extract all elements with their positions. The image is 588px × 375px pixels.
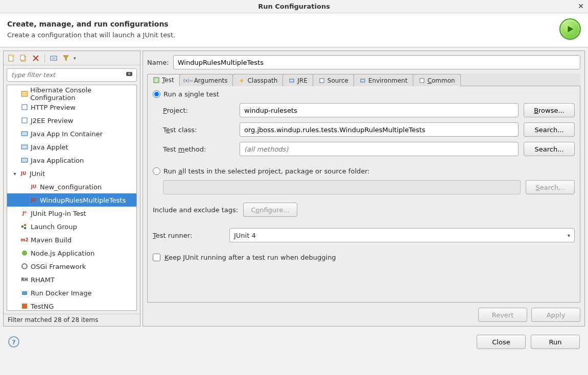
filter-input[interactable] bbox=[7, 68, 137, 82]
tab-bar: Test (x)=Arguments Classpath JRE Source … bbox=[147, 73, 580, 86]
runner-label: Test runner: bbox=[153, 232, 224, 239]
tab-body-test: Run a single test Project: Browse... Tes… bbox=[147, 86, 580, 303]
project-label: Project: bbox=[163, 107, 234, 114]
collapse-all-icon[interactable] bbox=[49, 54, 58, 63]
keep-running-label: Keep JUnit running after a test run when… bbox=[164, 254, 336, 261]
bottom-bar: ? Close Run bbox=[0, 330, 588, 354]
dialog-header: Create, manage, and run configurations C… bbox=[0, 13, 588, 47]
run-button[interactable]: Run bbox=[531, 335, 580, 349]
sidebar: ▾ ✕ Hibernate Console Configuration HTTP… bbox=[3, 51, 140, 327]
test-class-input[interactable] bbox=[240, 122, 519, 137]
tree-item[interactable]: Java Applet bbox=[7, 140, 136, 154]
tab-classpath[interactable]: Classpath bbox=[232, 74, 283, 86]
tab-jre[interactable]: JRE bbox=[283, 74, 313, 86]
tree-item[interactable]: RHRHAMT bbox=[7, 273, 136, 286]
chevron-down-icon: ▾ bbox=[568, 233, 570, 238]
svg-rect-15 bbox=[21, 145, 28, 149]
tree-item[interactable]: Java App In Container bbox=[7, 127, 136, 140]
tags-label: Include and exclude tags: bbox=[153, 206, 238, 214]
configure-tags-button: Configure... bbox=[243, 203, 297, 217]
clear-filter-icon[interactable]: ✕ bbox=[126, 70, 134, 79]
filter-status: Filter matched 28 of 28 items bbox=[4, 314, 140, 326]
svg-rect-14 bbox=[21, 132, 28, 136]
project-input[interactable] bbox=[240, 103, 519, 117]
delete-config-icon[interactable] bbox=[31, 54, 40, 63]
search-class-button[interactable]: Search... bbox=[524, 122, 575, 137]
svg-rect-25 bbox=[290, 79, 294, 82]
test-method-input[interactable] bbox=[240, 142, 519, 156]
svg-point-21 bbox=[22, 264, 27, 269]
tree-item-selected[interactable]: JUWindupRulesMultipleTests bbox=[7, 193, 136, 207]
tree-item[interactable]: Node.js Application bbox=[7, 246, 136, 260]
expand-icon[interactable]: ▾ bbox=[11, 171, 18, 177]
svg-rect-27 bbox=[361, 79, 365, 82]
radio-single-label: Run a single test bbox=[163, 90, 219, 98]
tree-item[interactable]: J‍ᵁJUnit Plug-in Test bbox=[7, 207, 136, 220]
svg-rect-19 bbox=[24, 227, 26, 229]
titlebar: Run Configurations ✕ bbox=[0, 0, 588, 13]
tree-item[interactable]: Run Docker Image bbox=[7, 286, 136, 299]
tree-item[interactable]: J2EE Preview bbox=[7, 114, 136, 127]
svg-rect-13 bbox=[22, 118, 27, 123]
svg-rect-26 bbox=[320, 79, 324, 83]
radio-all-label: Run all tests in the selected project, p… bbox=[163, 167, 370, 175]
svg-rect-22 bbox=[22, 291, 27, 295]
svg-rect-28 bbox=[420, 79, 424, 83]
header-title: Create, manage, and run configurations bbox=[7, 20, 175, 28]
config-tree[interactable]: Hibernate Console Configuration HTTP Pre… bbox=[7, 85, 137, 311]
svg-rect-18 bbox=[24, 224, 26, 226]
test-runner-select[interactable]: JUnit 4 ▾ bbox=[229, 228, 575, 242]
help-icon[interactable]: ? bbox=[8, 336, 19, 347]
window-title: Run Configurations bbox=[258, 3, 330, 10]
tab-common[interactable]: Common bbox=[413, 74, 461, 86]
new-config-icon[interactable] bbox=[7, 54, 16, 63]
tab-source[interactable]: Source bbox=[313, 74, 354, 86]
svg-marker-0 bbox=[568, 26, 574, 33]
test-method-label: Test method: bbox=[163, 145, 234, 153]
tab-test[interactable]: Test bbox=[147, 74, 180, 86]
tree-item[interactable]: OSGi Framework bbox=[7, 260, 136, 273]
search-all-button: Search... bbox=[526, 180, 575, 194]
apply-button: Apply bbox=[531, 308, 580, 322]
close-button[interactable]: Close bbox=[477, 335, 526, 349]
name-label: Name: bbox=[147, 59, 169, 66]
svg-rect-23 bbox=[22, 304, 27, 309]
search-method-button[interactable]: Search... bbox=[524, 142, 575, 156]
all-tests-input bbox=[163, 180, 521, 194]
svg-rect-4 bbox=[20, 55, 25, 60]
svg-text:✕: ✕ bbox=[128, 72, 131, 76]
test-class-label: Test class: bbox=[163, 126, 234, 134]
svg-rect-2 bbox=[12, 55, 14, 57]
tree-item[interactable]: Java Application bbox=[7, 154, 136, 167]
browse-button[interactable]: Browse... bbox=[524, 103, 575, 117]
tree-item[interactable]: TestNG bbox=[7, 299, 136, 311]
tree-item[interactable]: HTTP Preview bbox=[7, 101, 136, 114]
tree-item[interactable]: m2Maven Build bbox=[7, 233, 136, 246]
name-input[interactable] bbox=[173, 55, 580, 69]
revert-button: Revert bbox=[478, 308, 527, 322]
tree-item[interactable]: JUNew_configuration bbox=[7, 180, 136, 193]
tree-item-junit[interactable]: ▾JUJUnit bbox=[7, 167, 136, 180]
filter-icon[interactable] bbox=[61, 54, 70, 63]
svg-rect-16 bbox=[21, 158, 28, 162]
radio-single-test[interactable] bbox=[153, 90, 160, 98]
svg-rect-12 bbox=[22, 105, 27, 110]
close-icon[interactable]: ✕ bbox=[578, 2, 584, 10]
tree-item[interactable]: Launch Group bbox=[7, 220, 136, 233]
svg-rect-17 bbox=[21, 226, 23, 228]
tab-arguments[interactable]: (x)=Arguments bbox=[179, 74, 233, 86]
duplicate-config-icon[interactable] bbox=[19, 54, 28, 63]
tab-environment[interactable]: Environment bbox=[354, 74, 413, 86]
svg-rect-11 bbox=[21, 91, 28, 96]
svg-point-20 bbox=[22, 251, 27, 256]
header-subtitle: Create a configuration that will launch … bbox=[7, 31, 175, 39]
svg-rect-24 bbox=[154, 78, 159, 83]
run-icon bbox=[559, 18, 581, 40]
keep-running-checkbox[interactable] bbox=[153, 254, 160, 261]
main-panel: Name: Test (x)=Arguments Classpath JRE S… bbox=[143, 51, 585, 327]
sidebar-toolbar: ▾ bbox=[4, 51, 140, 65]
tree-item[interactable]: Hibernate Console Configuration bbox=[7, 87, 136, 101]
radio-all-tests[interactable] bbox=[153, 167, 160, 175]
